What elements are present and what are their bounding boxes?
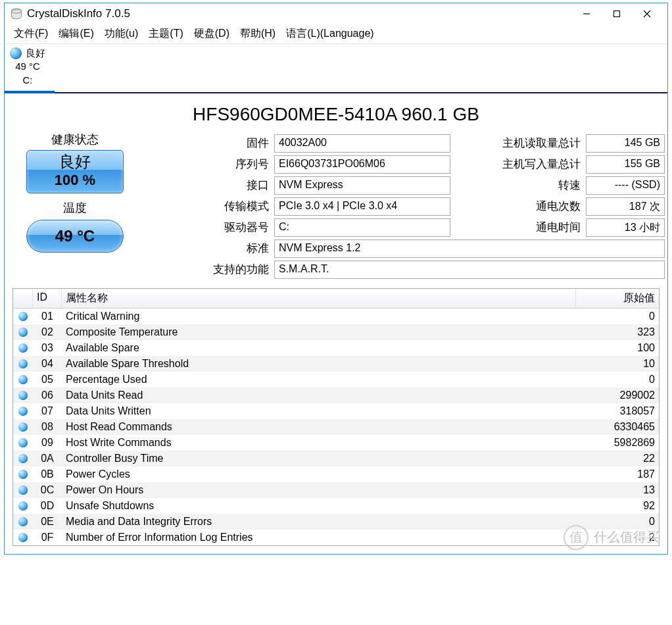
smart-row[interactable]: 05Percentage Used0 xyxy=(13,372,659,388)
smart-attr-name: Composite Temperature xyxy=(62,324,576,340)
smart-attr-name: Available Spare Threshold xyxy=(62,356,576,372)
maximize-button[interactable] xyxy=(602,4,632,24)
smart-raw-value: 318057 xyxy=(576,403,659,419)
value-features: S.M.A.R.T. xyxy=(274,261,665,279)
smart-id: 0E xyxy=(33,514,62,530)
smart-row[interactable]: 0EMedia and Data Integrity Errors0 xyxy=(13,514,659,530)
smart-attr-name: Percentage Used xyxy=(62,372,576,388)
status-orb-icon xyxy=(10,47,22,59)
smart-table-body[interactable]: 01Critical Warning002Composite Temperatu… xyxy=(13,309,659,545)
titlebar: CrystalDiskInfo 7.0.5 xyxy=(5,3,667,24)
menu-help[interactable]: 帮助(H) xyxy=(235,26,281,42)
smart-row[interactable]: 0CPower On Hours13 xyxy=(13,482,659,498)
smart-attr-name: Power Cycles xyxy=(62,466,576,482)
smart-row[interactable]: 02Composite Temperature323 xyxy=(13,324,659,340)
smart-id: 0A xyxy=(33,451,62,466)
temperature-badge: 49 °C xyxy=(26,220,124,253)
label-firmware: 固件 xyxy=(140,136,272,151)
value-rotation: ---- (SSD) xyxy=(586,176,665,195)
smart-id: 04 xyxy=(33,356,62,372)
disk-tab[interactable]: 良好 49 °C C: xyxy=(5,47,55,93)
status-dot-icon xyxy=(13,530,33,545)
status-dot-icon xyxy=(13,340,33,356)
smart-attr-name: Host Read Commands xyxy=(62,419,576,435)
value-power-count: 187 次 xyxy=(586,197,665,216)
smart-id: 09 xyxy=(33,435,62,451)
status-dot-icon xyxy=(13,435,33,451)
col-attr-name[interactable]: 属性名称 xyxy=(62,289,576,308)
smart-raw-value: 0 xyxy=(576,514,659,530)
smart-attr-name: Data Units Read xyxy=(62,388,576,403)
smart-row[interactable]: 01Critical Warning0 xyxy=(13,309,659,324)
smart-row[interactable]: 08Host Read Commands6330465 xyxy=(13,419,659,435)
smart-row[interactable]: 07Data Units Written318057 xyxy=(13,403,659,419)
smart-raw-value: 5982869 xyxy=(576,435,659,451)
menu-disk[interactable]: 硬盘(D) xyxy=(189,26,235,42)
smart-id: 0F xyxy=(33,530,62,545)
menu-theme[interactable]: 主题(T) xyxy=(143,26,188,42)
status-dot-icon xyxy=(13,324,33,340)
menu-edit[interactable]: 编辑(E) xyxy=(53,26,99,42)
smart-attr-name: Controller Busy Time xyxy=(62,451,576,466)
smart-id: 03 xyxy=(33,340,62,356)
close-button[interactable] xyxy=(632,4,662,24)
smart-id: 05 xyxy=(33,372,62,388)
smart-id: 06 xyxy=(33,388,62,403)
smart-row[interactable]: 04Available Spare Threshold10 xyxy=(13,356,659,372)
label-host-writes: 主机写入量总计 xyxy=(453,157,583,172)
smart-raw-value: 100 xyxy=(576,340,659,356)
label-serial: 序列号 xyxy=(140,157,272,172)
status-dot-icon xyxy=(13,309,33,324)
smart-table: ID 属性名称 原始值 01Critical Warning002Composi… xyxy=(12,288,660,546)
smart-row[interactable]: 0FNumber of Error Information Log Entrie… xyxy=(13,530,659,545)
smart-raw-value: 2 xyxy=(576,530,659,545)
minimize-button[interactable] xyxy=(571,4,602,24)
smart-table-header: ID 属性名称 原始值 xyxy=(13,289,659,309)
value-transfer: PCIe 3.0 x4 | PCIe 3.0 x4 xyxy=(274,197,450,216)
label-transfer: 传输模式 xyxy=(140,199,272,214)
status-dot-icon xyxy=(13,482,33,498)
label-power-hours: 通电时间 xyxy=(453,220,583,235)
smart-row[interactable]: 03Available Spare100 xyxy=(13,340,659,356)
smart-row[interactable]: 0BPower Cycles187 xyxy=(13,466,659,482)
temperature-value: 49 °C xyxy=(27,227,123,245)
menu-function[interactable]: 功能(u) xyxy=(99,26,144,42)
col-id[interactable]: ID xyxy=(33,289,62,308)
smart-id: 0C xyxy=(33,482,62,498)
smart-attr-name: Number of Error Information Log Entries xyxy=(62,530,576,545)
smart-raw-value: 13 xyxy=(576,482,659,498)
health-status-badge: 良好 100 % xyxy=(26,150,124,193)
smart-attr-name: Power On Hours xyxy=(62,482,576,498)
smart-row[interactable]: 09Host Write Commands5982869 xyxy=(13,435,659,451)
smart-raw-value: 299002 xyxy=(576,388,659,403)
value-serial: EI66Q03731PO06M06 xyxy=(274,155,450,174)
smart-raw-value: 0 xyxy=(576,309,659,324)
label-drive-letter: 驱动器号 xyxy=(140,220,272,235)
disk-tab-area: 良好 49 °C C: xyxy=(5,44,667,93)
value-interface: NVM Express xyxy=(274,176,450,195)
smart-attr-name: Available Spare xyxy=(62,340,576,356)
label-host-reads: 主机读取量总计 xyxy=(453,136,583,151)
label-features: 支持的功能 xyxy=(140,262,272,277)
status-dot-icon xyxy=(13,514,33,530)
menu-language[interactable]: 语言(L)(Language) xyxy=(281,26,379,42)
tab-temp: 49 °C xyxy=(10,60,45,73)
smart-raw-value: 10 xyxy=(576,356,659,372)
smart-attr-name: Data Units Written xyxy=(62,403,576,419)
col-raw-value[interactable]: 原始值 xyxy=(576,289,659,308)
smart-row[interactable]: 0DUnsafe Shutdowns92 xyxy=(13,498,659,514)
status-dot-icon xyxy=(13,403,33,419)
smart-attr-name: Media and Data Integrity Errors xyxy=(62,514,576,530)
app-icon xyxy=(10,7,23,20)
menu-file[interactable]: 文件(F) xyxy=(9,26,53,42)
status-dot-icon xyxy=(13,356,33,372)
smart-raw-value: 6330465 xyxy=(576,419,659,435)
smart-raw-value: 187 xyxy=(576,466,659,482)
smart-row[interactable]: 06Data Units Read299002 xyxy=(13,388,659,403)
value-host-writes: 155 GB xyxy=(586,155,665,174)
menubar: 文件(F) 编辑(E) 功能(u) 主题(T) 硬盘(D) 帮助(H) 语言(L… xyxy=(5,24,667,44)
smart-attr-name: Critical Warning xyxy=(62,309,576,324)
smart-id: 0D xyxy=(33,498,62,514)
smart-row[interactable]: 0AController Busy Time22 xyxy=(13,451,659,466)
smart-id: 01 xyxy=(33,309,62,324)
